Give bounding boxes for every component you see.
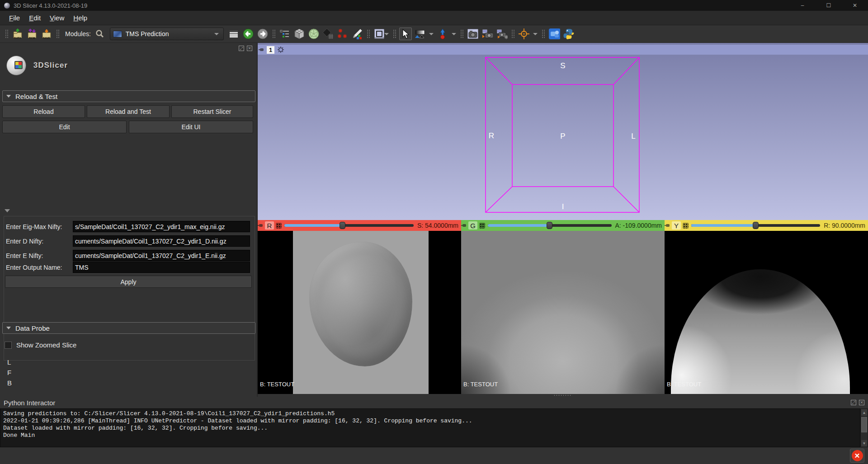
undock-panel-icon[interactable]: ⤢ — [239, 46, 244, 51]
menu-edit[interactable]: Edit — [24, 12, 45, 23]
slicer-logo-grid — [14, 61, 23, 69]
toolbar-grip[interactable] — [56, 29, 59, 38]
scene-view-icon[interactable] — [481, 28, 494, 40]
volumes-icon[interactable] — [307, 28, 320, 40]
pin-icon[interactable] — [462, 222, 467, 229]
module-history-icon[interactable] — [227, 28, 240, 40]
slice-view-yellow[interactable]: B: TESTOUT — [665, 231, 868, 394]
eig-max-input[interactable]: s/SampleDat/Coil1_137027_C2_ydir1_max_ei… — [73, 221, 250, 232]
e-nifty-input[interactable]: cuments/SampleDat/Coil1_137027_C2_ydir1_… — [73, 250, 250, 261]
brain-slice-blob — [309, 242, 412, 366]
module-selector[interactable]: TMS Prediction — [110, 28, 224, 40]
chevron-down-icon[interactable] — [452, 33, 456, 35]
slice-controller-bars: R S: 54.0000mm G A: -10 — [258, 220, 868, 231]
section-reload-test[interactable]: Reload & Test — [2, 90, 255, 102]
e-nifty-label: Enter E Nifty: — [6, 252, 43, 259]
slice-view-red[interactable]: B: TESTOUT — [258, 231, 461, 394]
slice-link-icon[interactable] — [479, 223, 485, 229]
close-panel-icon[interactable]: ✕ — [859, 400, 864, 405]
orientation-cube-wireframe: S R P L I — [258, 43, 868, 220]
toolbar-grip[interactable] — [272, 29, 275, 38]
toolbar-grip[interactable] — [511, 29, 514, 38]
scroll-up-icon[interactable]: ▲ — [861, 409, 867, 416]
place-point-icon[interactable] — [436, 28, 449, 40]
edit-ui-button[interactable]: Edit UI — [129, 121, 253, 133]
show-zoomed-slice-label: Show Zoomed Slice — [16, 341, 76, 349]
load-data-icon[interactable]: DATA — [11, 28, 24, 40]
slice-view-green[interactable]: B: TESTOUT — [461, 231, 665, 394]
section-data-probe[interactable]: Data Probe — [2, 322, 255, 334]
chevron-down-icon[interactable] — [429, 33, 434, 35]
chevron-down-icon[interactable] — [533, 33, 538, 35]
background-volume-label: B: TESTOUT — [463, 381, 498, 388]
close-button[interactable]: ✕ — [842, 0, 868, 11]
scrollbar-thumb[interactable] — [861, 417, 867, 432]
d-nifty-input[interactable]: cuments/SampleDat/Coil1_137027_C2_ydir1_… — [73, 235, 250, 247]
menu-file[interactable]: File — [5, 12, 24, 23]
annotations-pen-icon[interactable] — [351, 28, 363, 40]
slice-offset-slider-yellow[interactable] — [691, 221, 820, 230]
models-icon[interactable] — [322, 28, 335, 40]
maximize-button[interactable]: ☐ — [816, 0, 842, 11]
menu-bar: File Edit View Help — [0, 11, 868, 25]
close-panel-icon[interactable]: ✕ — [247, 46, 252, 51]
pin-icon[interactable] — [665, 222, 670, 229]
toolbar-grip[interactable] — [460, 29, 463, 38]
pin-icon[interactable] — [259, 222, 263, 229]
slice-letter-badge[interactable]: G — [468, 221, 477, 230]
module-forward-icon[interactable] — [256, 28, 269, 40]
slicer-logo — [6, 56, 26, 75]
python-console[interactable]: Saving predictions to: C:/Slicer/Slicer … — [0, 408, 860, 447]
slider-handle[interactable] — [340, 222, 345, 229]
slice-letter-badge[interactable]: Y — [672, 221, 681, 230]
python-icon[interactable] — [562, 28, 575, 40]
toolbar-grip[interactable] — [5, 29, 8, 38]
console-line: 2022-01-21 09:39:26,286 [MainThread] INF… — [3, 417, 857, 425]
output-name-input[interactable]: TMS — [73, 262, 250, 273]
markups-icon[interactable] — [336, 28, 349, 40]
slice-offset-slider-green[interactable] — [488, 221, 612, 230]
mouse-pointer-icon[interactable] — [399, 28, 412, 40]
apply-button[interactable]: Apply — [5, 276, 252, 288]
minimize-button[interactable]: – — [789, 0, 816, 11]
module-back-icon[interactable] — [242, 28, 255, 40]
subject-hierarchy-icon[interactable] — [278, 28, 291, 40]
scene-view-gear-icon[interactable] — [495, 28, 508, 40]
toolbar-grip[interactable] — [542, 29, 545, 38]
collapsed-section-arrow-icon[interactable] — [5, 209, 10, 212]
reload-and-test-button[interactable]: Reload and Test — [87, 105, 170, 118]
undock-panel-icon[interactable]: ⤢ — [851, 400, 856, 405]
layout-icon[interactable] — [373, 28, 386, 40]
slice-link-icon[interactable] — [276, 223, 282, 229]
restart-slicer-button[interactable]: Restart Slicer — [171, 105, 253, 118]
data-cube-icon[interactable] — [293, 28, 306, 40]
view-3d[interactable]: 1 S R P L — [258, 43, 868, 220]
load-dicom-icon[interactable]: DCM — [26, 28, 38, 40]
slider-handle[interactable] — [547, 222, 552, 229]
slider-handle[interactable] — [753, 222, 759, 229]
probe-axis-f: F — [7, 369, 11, 376]
window-level-icon[interactable] — [414, 28, 426, 40]
slice-views: B: TESTOUT B: TESTOUT B: TESTOUT — [258, 231, 868, 394]
extensions-icon[interactable] — [548, 28, 561, 40]
scroll-down-icon[interactable]: ▼ — [861, 440, 867, 446]
toolbar-grip[interactable] — [367, 29, 370, 38]
module-search-icon[interactable] — [94, 28, 106, 40]
edit-button[interactable]: Edit — [2, 121, 127, 133]
menu-view[interactable]: View — [45, 12, 69, 23]
slice-offset-slider-red[interactable] — [284, 221, 414, 230]
error-log-button[interactable]: ✕ — [850, 449, 864, 463]
probe-axis-b: B — [7, 379, 12, 387]
screenshot-icon[interactable] — [467, 28, 479, 40]
reload-button[interactable]: Reload — [2, 105, 85, 118]
save-icon[interactable]: SAVE — [40, 28, 53, 40]
show-zoomed-slice-checkbox[interactable] — [5, 342, 12, 349]
orientation-label-s: S — [560, 61, 565, 70]
crosshair-icon[interactable] — [518, 28, 530, 40]
toolbar-grip[interactable] — [393, 29, 396, 38]
slice-link-icon[interactable] — [683, 223, 689, 229]
console-scrollbar[interactable]: ▲ ▼ — [860, 408, 868, 447]
menu-help[interactable]: Help — [69, 12, 92, 23]
slice-letter-badge[interactable]: R — [265, 221, 274, 230]
console-line: Dataset loaded with mirror padding: [16,… — [3, 425, 857, 432]
